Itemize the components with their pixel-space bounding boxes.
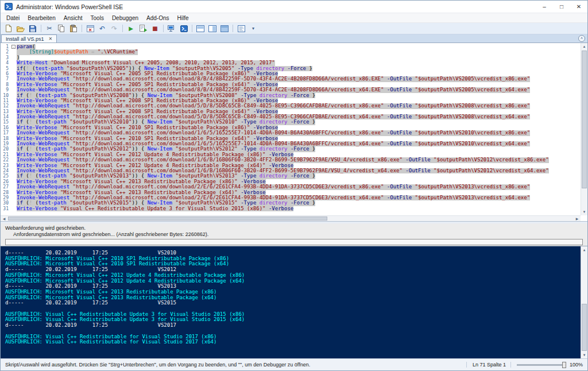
progress-bar <box>5 239 583 245</box>
scroll-down-icon[interactable]: ▼ <box>581 208 587 215</box>
fold-collapse-icon[interactable]: - <box>11 45 16 49</box>
fold-column <box>11 200 17 206</box>
close-button[interactable]: ✕ <box>570 1 587 13</box>
powershell-ise-icon <box>5 3 13 10</box>
scroll-up-icon[interactable]: ▲ <box>581 43 587 50</box>
stop-button[interactable]: ■ <box>149 24 161 34</box>
fold-column <box>11 146 17 152</box>
menu-bar: DateiBearbeitenAnsichtToolsDebuggenAdd-O… <box>1 13 587 23</box>
save-button[interactable] <box>27 24 38 34</box>
code-line-31[interactable]: 31Write-Verbose "Visual C++ Redistributa… <box>1 206 581 211</box>
fold-column <box>11 93 17 98</box>
line-number: 3 <box>1 55 11 60</box>
toolbar-separator <box>163 25 164 32</box>
line-number: 17 <box>1 130 11 136</box>
script-tab[interactable]: Install all VS.ps1 ✕ <box>1 34 57 42</box>
tab-close-icon[interactable]: ✕ <box>49 37 53 41</box>
line-number: 29 <box>1 195 11 200</box>
toolbar: ✂↶↷▶■▾ <box>1 23 587 34</box>
console-scroll-down-icon[interactable]: ▼ <box>581 351 587 358</box>
run-selection-button[interactable] <box>137 24 149 34</box>
line-number: 22 <box>1 157 11 163</box>
editor-vscroll-thumb[interactable] <box>582 51 587 188</box>
line-number: 4 <box>1 60 11 65</box>
menu-tools[interactable]: Tools <box>87 14 108 22</box>
new-script-button[interactable] <box>3 24 14 34</box>
command-window-button[interactable] <box>235 24 247 34</box>
fold-column <box>11 87 17 92</box>
toolbar-overflow-button[interactable]: ▾ <box>247 24 259 34</box>
cut-button[interactable]: ✂ <box>44 24 55 34</box>
console-scroll-thumb[interactable] <box>582 304 587 351</box>
layout-max-button[interactable] <box>219 24 230 34</box>
run-script-icon: ▶ <box>129 26 133 32</box>
copy-button[interactable] <box>56 24 67 34</box>
zoom-slider[interactable] <box>517 364 566 366</box>
line-number: 27 <box>1 184 11 190</box>
line-number: 13 <box>1 109 11 114</box>
collapse-script-pane-button[interactable]: ˄ <box>578 35 585 42</box>
scroll-right-icon[interactable]: ▶ <box>574 216 581 221</box>
script-editor-pane[interactable]: 1-param(2 [String]$outputPath = ".\VCRun… <box>1 43 587 221</box>
line-number: 28 <box>1 190 11 195</box>
line-number: 9 <box>1 87 11 92</box>
menu-add-ons[interactable]: Add-Ons <box>142 14 173 22</box>
menu-hilfe[interactable]: Hilfe <box>173 14 193 22</box>
run-script-button[interactable]: ▶ <box>125 24 137 34</box>
layout-right-button[interactable] <box>207 24 218 34</box>
menu-datei[interactable]: Datei <box>2 14 24 22</box>
remote-tab-icon <box>168 25 176 32</box>
line-number: 1 <box>1 44 11 49</box>
line-number: 2 <box>1 49 11 55</box>
clear-console-button[interactable] <box>84 24 96 34</box>
paste-button[interactable] <box>68 24 79 34</box>
console-pane[interactable]: d----- 20.02.2019 17:25 VS2010AUSFÜHRLIC… <box>1 246 587 358</box>
fold-column <box>11 179 17 184</box>
fold-column <box>11 206 17 211</box>
layout-top-icon <box>196 25 204 32</box>
fold-column <box>11 114 17 119</box>
fold-column <box>11 157 17 163</box>
maximize-button[interactable]: □ <box>553 1 570 13</box>
line-number: 16 <box>1 125 11 130</box>
cursor-position: Ln 71 Spalte 1 <box>466 362 506 368</box>
fold-column <box>11 141 17 146</box>
fold-column <box>11 119 17 125</box>
undo-button[interactable]: ↶ <box>96 24 108 34</box>
undo-icon: ↶ <box>99 25 105 32</box>
code-line-2[interactable]: 2 [String]$outputPath = ".\VCRuntime" <box>1 49 581 55</box>
menu-bearbeiten[interactable]: Bearbeiten <box>24 14 59 22</box>
editor-vertical-scrollbar[interactable]: ▲ ▼ <box>581 43 587 215</box>
menu-ansicht[interactable]: Ansicht <box>60 14 87 22</box>
zoom-level: 100% <box>570 362 583 368</box>
fold-column <box>11 103 17 109</box>
redo-button[interactable]: ↷ <box>109 24 120 34</box>
fold-column <box>11 60 17 65</box>
editor-lines[interactable]: 1-param(2 [String]$outputPath = ".\VCRun… <box>1 43 581 215</box>
fold-column <box>11 55 17 60</box>
copy-icon <box>58 25 65 32</box>
line-number: 11 <box>1 98 11 103</box>
console-line: d----- 20.02.2019 17:25 VS2015 <box>5 300 578 306</box>
code-text: Write-Verbose "Visual C++ Redistributabl… <box>17 206 293 211</box>
zoom-slider-thumb[interactable] <box>562 362 566 368</box>
clear-console-icon <box>87 25 94 32</box>
window-title: Administrator: Windows PowerShell ISE <box>16 3 123 10</box>
console-line: AUSFÜHRLICH: Visual C++ Redistributable … <box>5 339 578 345</box>
progress-status: Anforderungsdatenstrom wird geschrieben.… <box>5 231 583 237</box>
open-script-button[interactable] <box>15 24 26 34</box>
editor-hscroll-thumb[interactable] <box>8 217 327 221</box>
console-scrollbar[interactable]: ▲ ▼ <box>581 246 587 358</box>
menu-debuggen[interactable]: Debuggen <box>108 14 142 22</box>
console-scroll-up-icon[interactable]: ▲ <box>581 246 587 253</box>
start-powershell-button[interactable] <box>178 24 189 34</box>
minimize-button[interactable]: – <box>536 1 553 13</box>
line-number: 12 <box>1 103 11 109</box>
editor-horizontal-scrollbar[interactable]: ◀ ▶ <box>1 215 581 221</box>
layout-top-button[interactable] <box>195 24 206 34</box>
fold-column <box>11 173 17 179</box>
scroll-left-icon[interactable]: ◀ <box>1 216 7 221</box>
remote-tab-button[interactable] <box>166 24 177 34</box>
paste-icon <box>70 25 77 32</box>
toolbar-separator <box>192 25 192 32</box>
